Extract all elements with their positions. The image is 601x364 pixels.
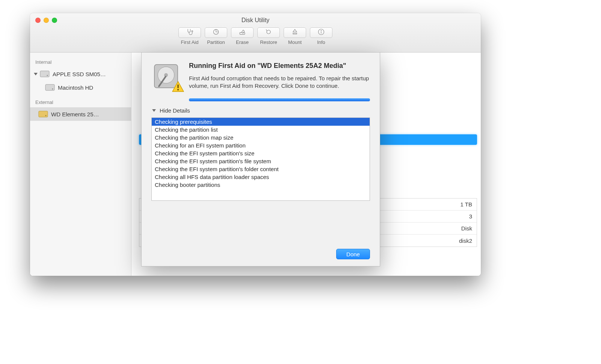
log-row[interactable]: Checking booter partitions bbox=[152, 181, 370, 189]
info-value: 3 bbox=[469, 213, 472, 220]
toolbar-label: Erase bbox=[236, 39, 249, 45]
sidebar-item-internal-volume[interactable]: Macintosh HD bbox=[30, 81, 131, 94]
sidebar-section-internal: Internal bbox=[30, 58, 131, 67]
toolbar-label: Info bbox=[317, 39, 325, 45]
sidebar-item-label: APPLE SSD SM05… bbox=[53, 71, 128, 77]
content-area: Internal APPLE SSD SM05… Macintosh HD Ex… bbox=[30, 53, 481, 276]
svg-rect-8 bbox=[45, 84, 54, 90]
first-aid-log[interactable]: Checking prerequisites Checking the part… bbox=[151, 117, 370, 201]
toolbar-item-partition[interactable]: Partition bbox=[205, 27, 227, 45]
toolbar-item-erase[interactable]: Erase bbox=[231, 27, 254, 45]
svg-point-0 bbox=[192, 31, 193, 32]
stethoscope-icon bbox=[186, 28, 193, 37]
svg-rect-2 bbox=[240, 33, 245, 35]
chevron-down-icon bbox=[34, 73, 38, 75]
internal-volume-icon bbox=[45, 84, 55, 91]
log-row[interactable]: Checking the EFI system partition's size bbox=[152, 149, 370, 157]
log-row[interactable]: Checking the EFI system partition's file… bbox=[152, 157, 370, 165]
restore-icon bbox=[265, 28, 272, 37]
svg-point-16 bbox=[177, 89, 179, 90]
svg-rect-6 bbox=[40, 71, 49, 77]
log-row[interactable]: Checking the EFI system partition's fold… bbox=[152, 165, 370, 173]
svg-rect-15 bbox=[178, 84, 179, 88]
sidebar-item-internal-disk[interactable]: APPLE SSD SM05… bbox=[30, 67, 131, 81]
svg-point-11 bbox=[45, 115, 47, 116]
log-row[interactable]: Checking for an EFI system partition bbox=[152, 141, 370, 149]
sidebar-item-label: WD Elements 25… bbox=[51, 111, 128, 117]
info-value: disk2 bbox=[459, 238, 472, 244]
done-button[interactable]: Done bbox=[336, 249, 370, 259]
sidebar: Internal APPLE SSD SM05… Macintosh HD Ex… bbox=[30, 53, 131, 276]
chevron-down-icon bbox=[152, 109, 156, 112]
log-row[interactable]: Checking the partition list bbox=[152, 126, 370, 134]
sheet-description: First Aid found corruption that needs to… bbox=[189, 75, 370, 90]
log-row[interactable]: Checking the partition map size bbox=[152, 134, 370, 141]
titlebar: Disk Utility First Aid Partition Erase bbox=[30, 13, 481, 53]
toolbar-item-info[interactable]: Info bbox=[310, 27, 332, 45]
log-row[interactable]: Checking all HFS data partition loader s… bbox=[152, 173, 370, 181]
warning-icon bbox=[172, 80, 184, 93]
toolbar-label: Mount bbox=[288, 39, 302, 45]
sidebar-item-external-disk[interactable]: WD Elements 25… bbox=[30, 107, 131, 121]
svg-rect-3 bbox=[293, 33, 297, 34]
details-toggle-label: Hide Details bbox=[160, 107, 190, 114]
progress-bar bbox=[189, 98, 370, 101]
hide-details-toggle[interactable]: Hide Details bbox=[151, 107, 370, 114]
erase-icon bbox=[239, 28, 246, 37]
pie-icon bbox=[212, 28, 220, 37]
svg-point-5 bbox=[321, 30, 321, 31]
info-icon bbox=[317, 28, 325, 37]
toolbar-label: Partition bbox=[207, 39, 225, 45]
toolbar-label: First Aid bbox=[181, 39, 199, 45]
external-disk-icon bbox=[38, 111, 48, 117]
sidebar-item-label: Macintosh HD bbox=[58, 84, 128, 91]
toolbar-item-mount[interactable]: Mount bbox=[284, 27, 306, 45]
toolbar-item-restore[interactable]: Restore bbox=[257, 27, 280, 45]
sidebar-section-external: External bbox=[30, 98, 131, 107]
hard-drive-icon bbox=[151, 62, 181, 91]
window-title: Disk Utility bbox=[30, 17, 481, 24]
svg-point-9 bbox=[52, 89, 53, 90]
first-aid-sheet: Running First Aid on "WD Elements 25A2 M… bbox=[141, 53, 380, 266]
svg-rect-10 bbox=[39, 111, 48, 117]
info-value: 1 TB bbox=[461, 201, 472, 208]
internal-disk-icon bbox=[40, 71, 50, 77]
toolbar-label: Restore bbox=[260, 39, 277, 45]
toolbar: First Aid Partition Erase Restore bbox=[30, 27, 481, 45]
svg-point-7 bbox=[47, 75, 48, 76]
disk-utility-window: Disk Utility First Aid Partition Erase bbox=[30, 13, 481, 276]
info-value: Disk bbox=[461, 225, 472, 232]
mount-icon bbox=[291, 28, 299, 37]
sheet-title: Running First Aid on "WD Elements 25A2 M… bbox=[189, 62, 370, 70]
log-row[interactable]: Checking prerequisites bbox=[152, 118, 370, 126]
toolbar-item-first-aid[interactable]: First Aid bbox=[178, 27, 201, 45]
